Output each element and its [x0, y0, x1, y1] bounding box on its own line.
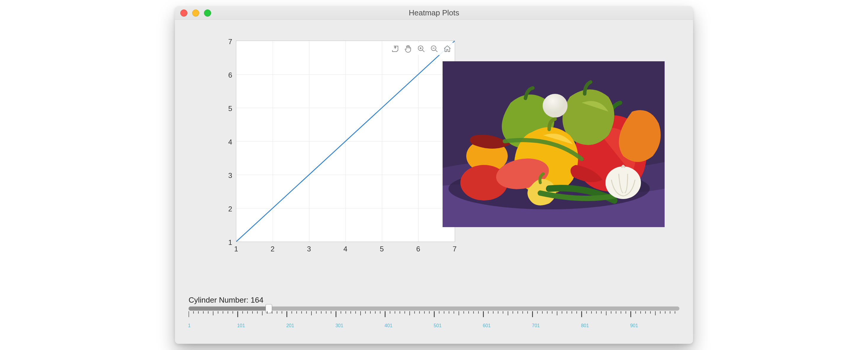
peppers-image[interactable]	[442, 61, 664, 227]
app-window: Heatmap Plots	[175, 6, 693, 344]
x-tick-label: 6	[416, 245, 420, 253]
plots-row: 1 2 3 4 5 6 7 1 2 3 4 5 6 7	[186, 29, 682, 295]
x-tick-label: 1	[234, 245, 238, 253]
ruler-tick-label: 101	[237, 323, 245, 328]
svg-point-6	[542, 94, 567, 118]
ruler-tick-label: 301	[335, 323, 343, 328]
export-icon[interactable]	[390, 43, 401, 55]
x-tick-label: 3	[307, 245, 311, 253]
y-tick-label: 5	[228, 105, 232, 113]
svg-point-10	[606, 167, 641, 199]
slider-area: Cylinder Number: 164 1101201301401501601…	[186, 295, 682, 338]
slider-ruler	[189, 311, 679, 323]
ruler-tick-label: 601	[483, 323, 491, 328]
axes-area[interactable]	[236, 40, 455, 242]
zoom-out-icon[interactable]	[429, 43, 440, 55]
y-tick-label: 6	[228, 71, 232, 79]
x-tick-label: 4	[343, 245, 347, 253]
ruler-tick-label: 701	[532, 323, 540, 328]
zoom-icon[interactable]	[204, 9, 211, 17]
close-icon[interactable]	[180, 9, 187, 17]
ruler-tick-label: 501	[434, 323, 442, 328]
x-tick-label: 2	[271, 245, 274, 253]
y-tick-label: 7	[228, 38, 232, 46]
y-tick-label: 4	[228, 138, 232, 146]
ruler-tick-label: 801	[581, 323, 589, 328]
y-tick-label: 2	[228, 205, 232, 213]
content-area: 1 2 3 4 5 6 7 1 2 3 4 5 6 7	[175, 20, 693, 344]
pan-icon[interactable]	[403, 43, 414, 55]
x-tick-label: 7	[453, 245, 457, 253]
line-chart: 1 2 3 4 5 6 7 1 2 3 4 5 6 7	[218, 38, 425, 251]
zoom-in-icon[interactable]	[416, 43, 427, 55]
ruler-tick-label: 201	[286, 323, 294, 328]
ruler-tick-label: 401	[384, 323, 393, 328]
titlebar: Heatmap Plots	[175, 6, 693, 20]
slider-label-prefix: Cylinder Number:	[189, 295, 251, 304]
window-controls	[180, 9, 211, 17]
ruler-tick-label: 1	[188, 323, 191, 328]
slider-track[interactable]	[189, 307, 679, 311]
ruler-tick-label: 901	[630, 323, 638, 328]
ruler-labels: 1101201301401501601701801901	[189, 323, 679, 329]
x-tick-label: 5	[380, 245, 384, 253]
y-tick-label: 1	[228, 238, 232, 247]
window-title: Heatmap Plots	[175, 8, 693, 18]
slider-label: Cylinder Number: 164	[189, 295, 679, 305]
slider-value: 164	[251, 295, 264, 304]
y-tick-label: 3	[228, 171, 232, 180]
image-panel	[442, 38, 664, 293]
minimize-icon[interactable]	[192, 9, 199, 17]
axes-toolbar	[389, 42, 454, 55]
home-icon[interactable]	[442, 43, 453, 55]
